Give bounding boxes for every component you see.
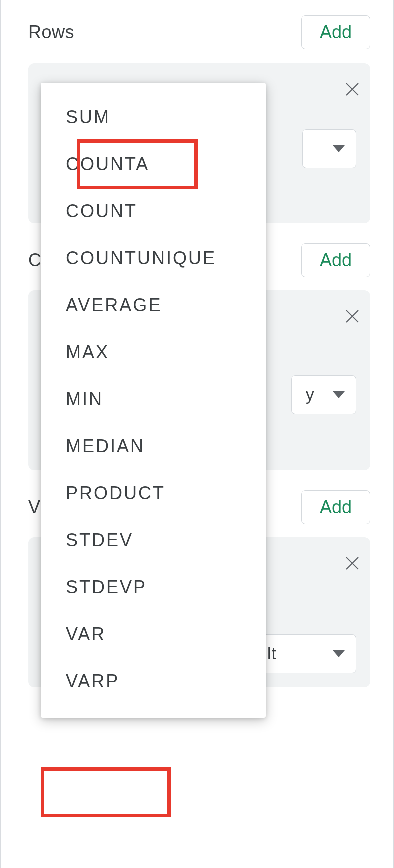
rows-section-header: Rows Add bbox=[28, 15, 370, 49]
dropdown-item-product[interactable]: PRODUCT bbox=[41, 470, 266, 517]
dropdown-item-counta[interactable]: COUNTA bbox=[41, 141, 266, 188]
columns-sortby-select[interactable]: y bbox=[292, 375, 356, 414]
pivot-editor-panel: Rows Add C Add y V Add bbox=[0, 0, 394, 868]
columns-title-fragment: C bbox=[28, 250, 42, 271]
rows-add-button[interactable]: Add bbox=[302, 15, 370, 49]
close-icon bbox=[345, 82, 360, 97]
dropdown-item-varp[interactable]: VARP bbox=[41, 658, 266, 705]
values-field-remove-button[interactable] bbox=[338, 549, 366, 577]
dropdown-item-count[interactable]: COUNT bbox=[41, 188, 266, 235]
close-icon bbox=[345, 556, 360, 571]
columns-add-button[interactable]: Add bbox=[302, 243, 370, 277]
dropdown-item-min[interactable]: MIN bbox=[41, 376, 266, 423]
caret-down-icon bbox=[333, 650, 345, 657]
caret-down-icon bbox=[333, 145, 345, 152]
close-icon bbox=[345, 309, 360, 324]
summarize-function-dropdown: SUMCOUNTACOUNTCOUNTUNIQUEAVERAGEMAXMINME… bbox=[41, 83, 266, 718]
columns-sortby-fragment: y bbox=[306, 385, 315, 404]
rows-title: Rows bbox=[28, 22, 74, 43]
dropdown-item-median[interactable]: MEDIAN bbox=[41, 423, 266, 470]
annotation-highlight-sum-select bbox=[41, 767, 171, 817]
values-title-fragment: V bbox=[28, 497, 41, 518]
dropdown-item-var[interactable]: VAR bbox=[41, 611, 266, 658]
dropdown-item-sum[interactable]: SUM bbox=[41, 94, 266, 141]
values-add-button[interactable]: Add bbox=[302, 490, 370, 524]
dropdown-item-countunique[interactable]: COUNTUNIQUE bbox=[41, 235, 266, 282]
rows-order-select[interactable] bbox=[302, 129, 356, 168]
dropdown-item-stdev[interactable]: STDEV bbox=[41, 517, 266, 564]
dropdown-item-average[interactable]: AVERAGE bbox=[41, 282, 266, 329]
dropdown-item-max[interactable]: MAX bbox=[41, 329, 266, 376]
rows-field-remove-button[interactable] bbox=[338, 75, 366, 103]
dropdown-item-stdevp[interactable]: STDEVP bbox=[41, 564, 266, 611]
columns-field-remove-button[interactable] bbox=[338, 302, 366, 330]
caret-down-icon bbox=[333, 391, 345, 398]
